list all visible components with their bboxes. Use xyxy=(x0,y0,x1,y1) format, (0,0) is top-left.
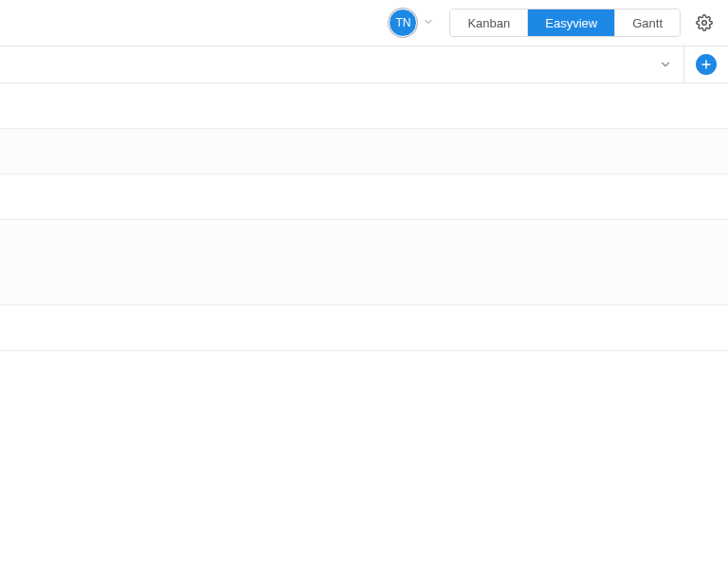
subheader xyxy=(0,46,728,83)
chevron-down-icon xyxy=(423,16,434,30)
divider xyxy=(683,46,684,83)
view-toggle: Kanban Easyview Gantt xyxy=(449,9,681,37)
chevron-down-icon[interactable] xyxy=(659,58,672,71)
list-row[interactable] xyxy=(0,305,728,351)
top-bar: TN Kanban Easyview Gantt xyxy=(0,0,728,46)
tab-gantt[interactable]: Gantt xyxy=(614,9,680,36)
avatar: TN xyxy=(389,9,417,37)
tab-kanban[interactable]: Kanban xyxy=(450,9,527,36)
list-row[interactable] xyxy=(0,83,728,129)
tab-easyview[interactable]: Easyview xyxy=(527,9,614,36)
avatar-dropdown[interactable]: TN xyxy=(389,9,434,37)
gear-icon[interactable] xyxy=(696,14,713,31)
svg-point-0 xyxy=(702,21,707,26)
add-button[interactable] xyxy=(696,54,717,75)
list-row[interactable] xyxy=(0,174,728,220)
list-row[interactable] xyxy=(0,129,728,174)
list-row[interactable] xyxy=(0,220,728,305)
